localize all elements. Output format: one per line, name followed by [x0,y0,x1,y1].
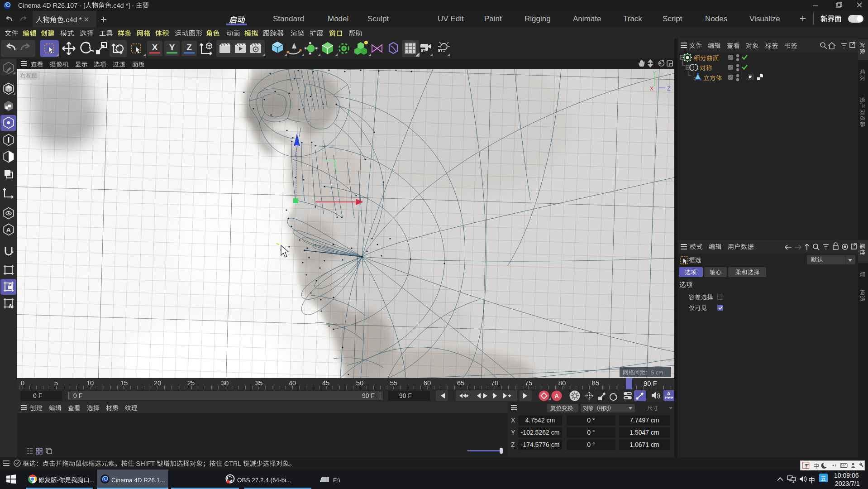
svg-text:X: X [152,43,158,52]
svg-text:A: A [555,393,559,399]
svg-text:X: X [650,86,653,92]
svg-text:Z: Z [186,43,192,52]
svg-text:A: A [667,391,670,396]
svg-text:Y: Y [169,43,175,52]
svg-text:A: A [9,303,12,309]
svg-text:A: A [6,226,11,233]
svg-text:Y: Y [653,70,656,77]
svg-text:ST: ST [438,48,443,53]
svg-text:Z: Z [667,86,670,92]
svg-text:ST: ST [421,48,425,53]
